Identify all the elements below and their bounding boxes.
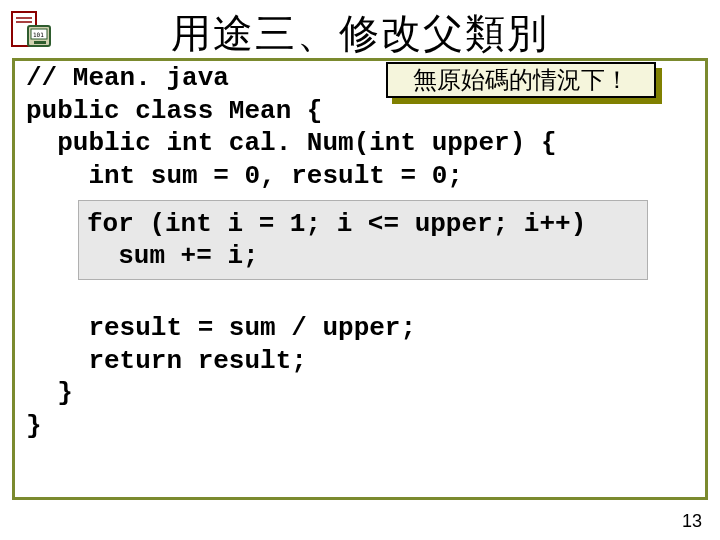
slide: 101 用途三、修改父類別 無原始碼的情況下！ // Mean. java pu… [0,0,720,540]
code-text-top: // Mean. java public class Mean { public… [26,62,557,192]
code-text-bottom: result = sum / upper; return result; } } [26,312,416,442]
slide-title: 用途三、修改父類別 [0,6,720,61]
code-block-bottom: result = sum / upper; return result; } } [26,312,416,442]
code-text-highlight: for (int i = 1; i <= upper; i++) sum += … [87,208,586,273]
page-number: 13 [682,511,702,532]
code-highlight-box: for (int i = 1; i <= upper; i++) sum += … [78,200,648,280]
code-block-top: // Mean. java public class Mean { public… [26,62,557,192]
